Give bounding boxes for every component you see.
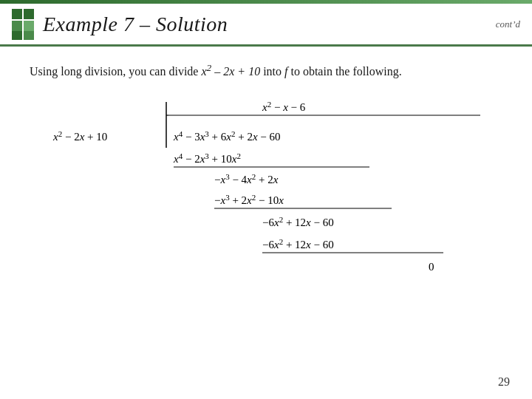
quotient: x2 − x − 6 [262,100,306,113]
slide-header: Example 7 – Solution cont’d [0,4,532,47]
page-number: 29 [498,375,510,389]
intro-paragraph: Using long division, you can divide x2 –… [30,60,502,81]
svg-rect-0 [12,9,22,19]
svg-rect-2 [12,21,22,31]
divisor: x2 − 2x + 10 [52,129,107,143]
step1-subtracted: x4 − 2x3 + 10x2 [173,151,241,165]
intro-text-end: to obtain the following. [287,65,401,78]
intro-text-start: Using long division, you can divide [30,65,201,78]
svg-rect-4 [12,31,22,40]
long-division-diagram: x2 − x − 6 x2 − 2x + 10 x4 − 3x3 + 6x2 +… [30,95,502,324]
slide-content: Using long division, you can divide x2 –… [0,47,532,331]
svg-rect-1 [24,9,34,19]
svg-rect-3 [24,21,34,31]
step5-subtracted: −6x2 + 12x − 60 [262,237,334,250]
math-divisor: x2 – 2x + 10 [201,65,260,78]
step4-remainder: −6x2 + 12x − 60 [262,215,334,228]
intro-text-mid: into [260,65,284,78]
dividend: x4 − 3x3 + 6x2 + 2x − 60 [173,129,281,143]
slide-title: Example 7 – Solution [43,13,228,36]
division-svg: x2 − x − 6 x2 − 2x + 10 x4 − 3x3 + 6x2 +… [44,95,502,324]
title-text: Example 7 – [43,13,156,35]
logo-icon [12,9,35,40]
contd-label: cont’d [496,18,520,30]
svg-rect-5 [24,31,34,40]
remainder-zero: 0 [429,261,434,273]
title-italic: Solution [156,13,228,35]
step2-remainder: −x3 − 4x2 + 2x [214,172,279,185]
step3-subtracted: −x3 + 2x2 − 10x [214,193,284,206]
